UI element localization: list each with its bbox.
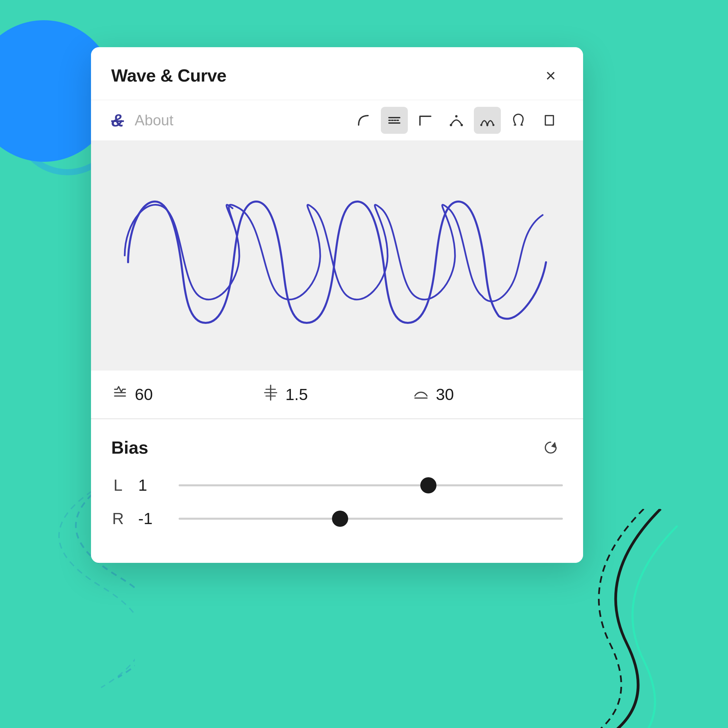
svg-point-4 xyxy=(455,115,458,118)
bias-reset-button[interactable] xyxy=(538,436,563,460)
right-bias-label: R xyxy=(111,509,125,528)
dialog-title: Wave & Curve xyxy=(111,66,226,86)
frequency-icon xyxy=(111,384,129,405)
dialog: Wave & Curve × & About xyxy=(91,47,583,563)
bias-title: Bias xyxy=(111,437,148,458)
svg-point-5 xyxy=(461,124,463,126)
left-bias-thumb[interactable] xyxy=(420,477,436,493)
toolbar-icon-corner[interactable] xyxy=(412,107,439,134)
amplitude-control: 1.5 xyxy=(262,384,413,405)
toolbar: & About xyxy=(91,100,583,141)
frequency-value: 60 xyxy=(135,385,153,404)
right-bias-thumb[interactable] xyxy=(332,511,348,527)
left-bias-label: L xyxy=(111,476,125,494)
wave-preview xyxy=(111,161,563,350)
bias-section: Bias L 1 R -1 xyxy=(91,418,583,563)
svg-point-6 xyxy=(480,124,482,126)
left-bias-slider[interactable] xyxy=(179,484,563,486)
arc-icon xyxy=(412,384,430,405)
toolbar-icon-curve-right[interactable] xyxy=(350,107,377,134)
amplitude-icon xyxy=(262,384,279,405)
left-bias-value: 1 xyxy=(138,476,165,494)
close-button[interactable]: × xyxy=(538,63,563,88)
toolbar-ampersand: & xyxy=(111,110,124,130)
svg-point-7 xyxy=(486,124,488,126)
toolbar-icon-bracket[interactable] xyxy=(536,107,563,134)
toolbar-icon-wave-mid[interactable] xyxy=(381,107,408,134)
left-bias-row: L 1 xyxy=(111,476,563,494)
preview-area xyxy=(91,141,583,370)
frequency-control: 60 xyxy=(111,384,262,405)
toolbar-icons xyxy=(350,107,563,134)
title-bar: Wave & Curve × xyxy=(91,47,583,100)
svg-point-8 xyxy=(492,124,494,126)
arc-value: 30 xyxy=(436,385,454,404)
arc-control: 30 xyxy=(412,384,563,405)
toolbar-icon-arch-points[interactable] xyxy=(443,107,470,134)
svg-point-3 xyxy=(450,124,452,126)
bias-header: Bias xyxy=(111,436,563,460)
toolbar-icon-double-arch[interactable] xyxy=(474,107,501,134)
right-bias-value: -1 xyxy=(138,509,165,528)
controls-bar: 60 1.5 30 xyxy=(91,370,583,418)
toolbar-icon-omega[interactable] xyxy=(505,107,532,134)
right-bias-row: R -1 xyxy=(111,509,563,528)
amplitude-value: 1.5 xyxy=(286,385,308,404)
toolbar-about-label: About xyxy=(135,112,174,129)
right-bias-slider[interactable] xyxy=(179,518,563,520)
